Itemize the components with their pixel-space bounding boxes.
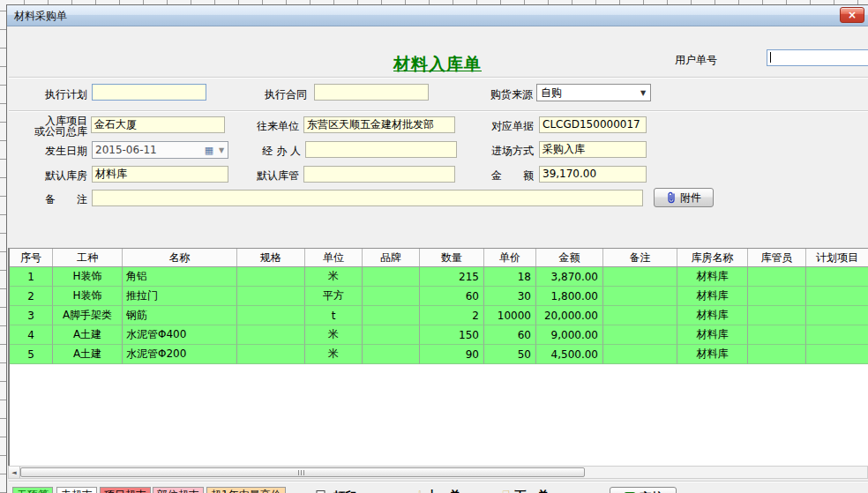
column-header-name[interactable]: 名称	[123, 249, 237, 266]
audit-button[interactable]: 审核	[610, 487, 677, 493]
column-header-type[interactable]: 工种	[53, 249, 123, 266]
column-header-no[interactable]: 序号	[10, 249, 53, 266]
cell-type[interactable]: H装饰	[53, 267, 123, 287]
table-row[interactable]: 4A土建水泥管Φ400米150609,000.00材料库	[10, 325, 868, 345]
entry-mode-input[interactable]: 采购入库	[539, 141, 647, 158]
cell-brand[interactable]	[363, 287, 420, 306]
table-row[interactable]: 3A脚手架类钢筋t21000020,000.00材料库	[10, 306, 868, 325]
default-keeper-input[interactable]	[303, 166, 455, 183]
cell-type[interactable]: A土建	[53, 325, 123, 345]
cell-remark[interactable]	[603, 345, 677, 364]
cell-remark[interactable]	[603, 267, 677, 287]
cell-keeper[interactable]	[748, 267, 806, 287]
close-button[interactable]: ×	[840, 7, 864, 23]
prev-order-button[interactable]: ☝ 上一单	[414, 488, 460, 493]
cell-no[interactable]: 1	[10, 267, 53, 287]
cell-unit[interactable]: 米	[305, 325, 363, 345]
cell-plan[interactable]	[806, 287, 868, 306]
cell-plan[interactable]	[806, 325, 868, 345]
next-order-button[interactable]: ☟ 下一单	[502, 488, 549, 493]
cell-name[interactable]: 角铝	[123, 267, 237, 287]
cell-brand[interactable]	[363, 345, 420, 364]
counterparty-input[interactable]: 东营区天顺五金建材批发部	[303, 116, 455, 133]
amount-input[interactable]: 39,170.00	[539, 166, 647, 183]
chevron-down-icon[interactable]: ▼	[636, 89, 650, 97]
handler-input[interactable]	[305, 141, 457, 158]
user-no-input[interactable]	[767, 49, 868, 66]
cell-spec[interactable]	[237, 345, 305, 364]
table-row[interactable]: 2H装饰推拉门平方60301,800.00材料库	[10, 287, 868, 306]
scroll-left-button[interactable]: ◄	[9, 467, 20, 478]
cell-warehouse[interactable]: 材料库	[677, 287, 748, 306]
cell-qty[interactable]: 2	[420, 306, 484, 325]
cell-warehouse[interactable]: 材料库	[677, 267, 748, 287]
cell-remark[interactable]	[603, 306, 677, 325]
cell-warehouse[interactable]: 材料库	[677, 345, 748, 364]
cell-no[interactable]: 2	[10, 287, 53, 306]
column-header-spec[interactable]: 规格	[237, 249, 305, 266]
column-header-price[interactable]: 单价	[484, 249, 536, 266]
cell-warehouse[interactable]: 材料库	[677, 306, 748, 325]
cell-price[interactable]: 30	[484, 287, 536, 306]
column-header-qty[interactable]: 数量	[420, 249, 484, 266]
cell-qty[interactable]: 60	[420, 287, 484, 306]
purchase-source-select[interactable]: 自购 ▼	[536, 84, 651, 101]
cell-amount[interactable]: 1,800.00	[536, 287, 603, 306]
attachment-button[interactable]: 附件	[654, 188, 714, 207]
cell-name[interactable]: 钢筋	[123, 306, 237, 325]
cell-amount[interactable]: 3,870.00	[536, 267, 603, 287]
cell-spec[interactable]	[237, 325, 305, 345]
cell-spec[interactable]	[237, 306, 305, 325]
cell-amount[interactable]: 9,000.00	[536, 325, 603, 345]
cell-type[interactable]: A脚手架类	[53, 306, 123, 325]
cell-name[interactable]: 水泥管Φ200	[123, 345, 237, 364]
cell-warehouse[interactable]: 材料库	[677, 325, 748, 345]
column-header-keeper[interactable]: 库管员	[748, 249, 806, 266]
cell-unit[interactable]: 平方	[305, 287, 363, 306]
cell-qty[interactable]: 215	[420, 267, 484, 287]
cell-plan[interactable]	[806, 267, 868, 287]
project-input[interactable]: 金石大厦	[91, 116, 225, 133]
cell-no[interactable]: 4	[10, 325, 53, 345]
column-header-remark[interactable]: 备注	[603, 249, 677, 266]
cell-unit[interactable]: 米	[305, 267, 363, 287]
column-header-brand[interactable]: 品牌	[363, 249, 420, 266]
cell-plan[interactable]	[806, 306, 868, 325]
cell-spec[interactable]	[237, 267, 305, 287]
cell-price[interactable]: 60	[484, 325, 536, 345]
cell-brand[interactable]	[363, 306, 420, 325]
cell-keeper[interactable]	[748, 325, 806, 345]
default-warehouse-input[interactable]: 材料库	[92, 166, 228, 183]
horizontal-scrollbar[interactable]: ◄	[8, 466, 868, 479]
chevron-down-icon[interactable]: ▼	[215, 146, 228, 154]
cell-type[interactable]: H装饰	[53, 287, 123, 306]
dialog-titlebar[interactable]: 材料采购单 ×	[7, 5, 868, 26]
cell-spec[interactable]	[237, 287, 305, 306]
exec-plan-input[interactable]	[92, 84, 206, 101]
date-picker[interactable]: 2015-06-11 ▦ ▼	[92, 141, 228, 159]
cell-brand[interactable]	[363, 267, 420, 287]
cell-no[interactable]: 3	[10, 306, 53, 325]
column-header-plan[interactable]: 计划项目	[806, 249, 868, 266]
cell-remark[interactable]	[603, 287, 677, 306]
column-header-unit[interactable]: 单位	[305, 249, 363, 266]
cell-price[interactable]: 18	[484, 267, 536, 287]
remark-input[interactable]	[92, 190, 643, 206]
print-button[interactable]: 打印	[312, 489, 356, 493]
cell-type[interactable]: A土建	[53, 345, 123, 364]
cell-no[interactable]: 5	[10, 345, 53, 364]
cell-price[interactable]: 10000	[484, 306, 536, 325]
cell-qty[interactable]: 150	[420, 325, 484, 345]
cell-remark[interactable]	[603, 325, 677, 345]
cell-unit[interactable]: t	[305, 306, 363, 325]
cell-keeper[interactable]	[748, 345, 806, 364]
cell-plan[interactable]	[806, 345, 868, 364]
ref-doc-input[interactable]: CLCGD150000017	[539, 116, 647, 133]
cell-keeper[interactable]	[748, 287, 806, 306]
cell-keeper[interactable]	[748, 306, 806, 325]
cell-price[interactable]: 50	[484, 345, 536, 364]
exec-contract-input[interactable]	[314, 84, 429, 101]
table-row[interactable]: 1H装饰角铝米215183,870.00材料库	[10, 267, 868, 287]
column-header-warehouse[interactable]: 库房名称	[677, 249, 748, 266]
cell-unit[interactable]: 米	[305, 345, 363, 364]
